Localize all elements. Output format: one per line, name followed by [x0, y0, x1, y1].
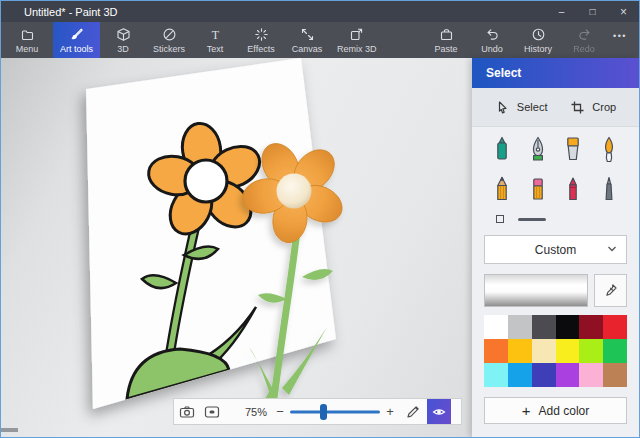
color-swatch[interactable] [484, 339, 508, 363]
brush-crayon[interactable] [556, 176, 592, 210]
spray-can-icon [598, 176, 620, 206]
oil-brush-icon [562, 136, 584, 166]
menu-icon [20, 27, 35, 42]
text-icon: T [208, 27, 223, 42]
ellipsis-icon: ••• [613, 31, 627, 41]
color-shade-row [484, 274, 627, 307]
sparkle-icon [254, 27, 269, 42]
brush-calligraphy-pen[interactable] [520, 136, 556, 170]
view-3d-button[interactable] [427, 399, 451, 424]
line-tool-icon[interactable] [518, 218, 546, 221]
toolbar-item-paste[interactable]: Paste [423, 22, 469, 58]
shade-gradient-bar[interactable] [484, 274, 588, 307]
clock-icon [531, 27, 546, 42]
view-controls-bar: 75% − + [173, 398, 462, 425]
color-swatch[interactable] [603, 339, 627, 363]
close-button[interactable]: × [608, 1, 639, 22]
eyedropper-button[interactable] [594, 274, 627, 307]
color-swatch[interactable] [579, 339, 603, 363]
panel-header: Select [472, 58, 639, 88]
color-swatch[interactable] [556, 315, 580, 339]
color-swatch[interactable] [556, 363, 580, 387]
color-swatch[interactable] [484, 363, 508, 387]
crop-tool-button[interactable]: Crop [570, 100, 616, 115]
color-swatch[interactable] [603, 315, 627, 339]
brush-style-dropdown[interactable]: Custom [484, 235, 627, 264]
brush-spray-can[interactable] [591, 176, 627, 210]
toolbar-item-3d[interactable]: 3D [100, 22, 146, 58]
toolbar-item-redo[interactable]: Redo [561, 22, 607, 58]
select-tool-button[interactable]: Select [495, 100, 548, 115]
window-title: Untitled* - Paint 3D [1, 6, 118, 18]
eraser-icon [527, 176, 549, 206]
zoom-slider-track[interactable] [290, 410, 380, 413]
chevron-down-icon [607, 245, 617, 253]
add-color-button[interactable]: + Add color [484, 397, 627, 424]
brush-watercolor[interactable] [591, 136, 627, 170]
toolbar-item-menu[interactable]: Menu [1, 22, 53, 58]
cube-icon [116, 27, 131, 42]
brush-pencil[interactable] [484, 176, 520, 210]
crop-icon [570, 100, 585, 115]
main-toolbar: Menu Art tools 3D Stickers [1, 22, 639, 58]
zoom-in-button[interactable]: + [382, 404, 398, 419]
brush-icon [69, 27, 84, 42]
toolbar-item-canvas[interactable]: Canvas [284, 22, 330, 58]
toolbar-spacer [384, 22, 424, 58]
more-options-button[interactable]: ••• [607, 31, 639, 49]
panel-title: Select [486, 66, 521, 80]
zoom-slider-thumb[interactable] [320, 404, 327, 420]
minimize-button[interactable]: – [546, 1, 577, 22]
tool-panel: Select Select Crop [472, 58, 639, 437]
pencil-tool-icon [491, 176, 513, 206]
title-bar: Untitled* - Paint 3D – □ × [1, 1, 639, 22]
color-swatch[interactable] [579, 363, 603, 387]
crayon-icon [562, 176, 584, 206]
window-controls: – □ × [546, 1, 639, 22]
horizontal-scrollbar-fragment[interactable] [1, 428, 18, 432]
brush-marker[interactable] [484, 136, 520, 170]
edit-mode-button[interactable] [400, 399, 425, 424]
maximize-button[interactable]: □ [577, 1, 608, 22]
color-swatch[interactable] [579, 315, 603, 339]
marker-icon [491, 136, 513, 166]
toolbar-item-undo[interactable]: Undo [469, 22, 515, 58]
color-swatch[interactable] [556, 339, 580, 363]
fullscreen-button[interactable] [199, 399, 224, 424]
color-swatch[interactable] [603, 363, 627, 387]
brush-eraser[interactable] [520, 176, 556, 210]
color-swatch[interactable] [532, 339, 556, 363]
toolbar-item-text[interactable]: T Text [192, 22, 238, 58]
canvas-workspace[interactable]: 75% − + [1, 58, 472, 437]
pixel-pen-icon[interactable] [496, 215, 504, 223]
color-swatch[interactable] [484, 315, 508, 339]
toolbar-item-stickers[interactable]: Stickers [146, 22, 192, 58]
toolbar-item-effects[interactable]: Effects [238, 22, 284, 58]
add-color-label: Add color [539, 404, 590, 418]
watercolor-brush-icon [598, 136, 620, 166]
clipboard-icon [439, 27, 454, 42]
color-palette [484, 315, 627, 387]
redo-icon [577, 27, 592, 42]
brush-grid [472, 127, 639, 210]
screenshot-button[interactable] [174, 399, 199, 424]
undo-icon [485, 27, 500, 42]
plus-icon: + [522, 403, 531, 418]
brush-oil[interactable] [556, 136, 592, 170]
color-swatch[interactable] [532, 315, 556, 339]
toolbar-item-remix-3d[interactable]: Remix 3D [330, 22, 384, 58]
color-swatch[interactable] [508, 339, 532, 363]
zoom-out-button[interactable]: − [272, 404, 288, 419]
dropdown-value: Custom [535, 243, 576, 257]
color-swatch[interactable] [508, 363, 532, 387]
svg-text:T: T [211, 27, 219, 41]
cursor-icon [495, 100, 510, 115]
toolbar-item-art-tools[interactable]: Art tools [53, 22, 100, 58]
camera-icon [179, 404, 195, 420]
color-swatch[interactable] [532, 363, 556, 387]
color-swatch[interactable] [508, 315, 532, 339]
sticker-icon [162, 27, 177, 42]
zoom-slider[interactable] [290, 399, 380, 424]
toolbar-item-history[interactable]: History [515, 22, 561, 58]
eye-icon [432, 405, 446, 419]
